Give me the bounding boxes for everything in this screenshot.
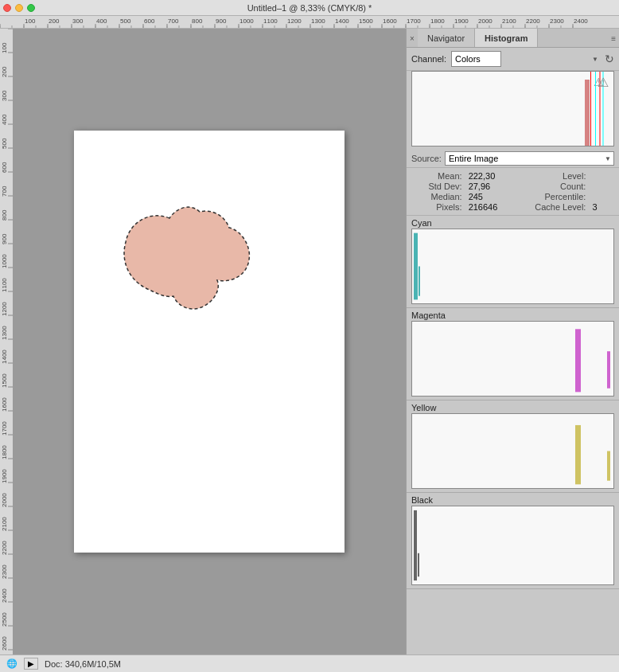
channel-select[interactable]: Colors Luminosity Red Green Blue xyxy=(451,51,501,67)
status-icon: 🌐 xyxy=(6,658,18,669)
source-row: Source: Entire Image Selected Layer Adju… xyxy=(407,150,619,168)
magenta-histogram xyxy=(411,321,614,397)
percentile-label: Percentile: xyxy=(520,192,586,201)
yellow-channel-section: Yellow xyxy=(407,400,619,493)
traffic-lights xyxy=(3,4,35,12)
blob-selection xyxy=(106,194,281,323)
cache-level-label: Cache Level: xyxy=(520,202,586,212)
panel-menu-button[interactable]: ≡ xyxy=(611,33,616,42)
tab-histogram[interactable]: Histogram xyxy=(475,29,538,47)
mean-value: 222,30 xyxy=(469,171,513,181)
black-channel-section: Black xyxy=(407,493,619,589)
cyan-label: Cyan xyxy=(407,216,619,229)
channel-label: Channel: xyxy=(411,54,446,64)
stats-grid: Mean: 222,30 Level: Std Dev: 27,96 Count… xyxy=(413,171,613,212)
level-value xyxy=(592,171,613,181)
count-value xyxy=(592,182,613,191)
panel-close-button[interactable]: × xyxy=(410,33,415,42)
horizontal-ruler xyxy=(0,16,619,29)
std-dev-label: Std Dev: xyxy=(413,182,462,191)
channel-row: Channel: Colors Luminosity Red Green Blu… xyxy=(407,48,619,71)
yellow-histogram xyxy=(411,413,614,489)
yellow-label: Yellow xyxy=(407,400,619,413)
title-bar: Untitled–1 @ 8,33% (CMYK/8) * xyxy=(0,0,619,16)
channel-select-wrapper: Colors Luminosity Red Green Blue xyxy=(451,51,601,67)
black-histogram xyxy=(411,506,614,585)
status-bar: 🌐 ▶ Doc: 340,6M/10,5M xyxy=(0,654,619,672)
std-dev-value: 27,96 xyxy=(469,182,513,191)
black-label: Black xyxy=(407,493,619,506)
main-area: × Navigator Histogram ≡ Channel: Colors … xyxy=(0,29,619,654)
selection-blob xyxy=(106,194,281,322)
source-select-wrapper: Entire Image Selected Layer Adjustment C… xyxy=(445,151,614,166)
source-label: Source: xyxy=(411,154,442,163)
cache-level-value: 3 xyxy=(592,202,613,212)
median-value: 245 xyxy=(469,192,513,201)
maximize-button[interactable] xyxy=(27,4,35,12)
main-histogram-display: ⚠ xyxy=(411,71,614,147)
source-select[interactable]: Entire Image Selected Layer Adjustment C… xyxy=(445,151,614,166)
level-label: Level: xyxy=(520,171,586,181)
vertical-ruler xyxy=(0,29,13,654)
pixels-value: 216646 xyxy=(469,202,513,212)
panel-header: × Navigator Histogram ≡ xyxy=(407,29,619,48)
median-label: Median: xyxy=(413,192,462,201)
magenta-label: Magenta xyxy=(407,308,619,321)
magenta-channel-section: Magenta xyxy=(407,308,619,400)
percentile-value xyxy=(592,192,613,201)
histogram-red-line xyxy=(590,72,591,146)
window-title: Untitled–1 @ 8,33% (CMYK/8) * xyxy=(247,3,372,13)
cyan-histogram xyxy=(411,229,614,304)
histogram-panel: × Navigator Histogram ≡ Channel: Colors … xyxy=(406,29,619,654)
stats-block: Mean: 222,30 Level: Std Dev: 27,96 Count… xyxy=(407,168,619,216)
histogram-cyan-line xyxy=(595,72,596,146)
refresh-button[interactable]: ↻ xyxy=(605,53,614,65)
status-nav-button[interactable]: ▶ xyxy=(24,658,38,670)
minimize-button[interactable] xyxy=(15,4,23,12)
warning-icon: ⚠ xyxy=(598,75,609,90)
close-button[interactable] xyxy=(3,4,11,12)
cyan-channel-section: Cyan xyxy=(407,216,619,308)
doc-info: Doc: 340,6M/10,5M xyxy=(45,659,613,669)
count-label: Count: xyxy=(520,182,586,191)
mean-label: Mean: xyxy=(413,171,462,181)
document-canvas xyxy=(74,131,345,553)
canvas-area xyxy=(0,29,406,654)
canvas-content xyxy=(13,29,406,654)
tab-navigator[interactable]: Navigator xyxy=(418,29,475,47)
pixels-label: Pixels: xyxy=(413,202,462,212)
